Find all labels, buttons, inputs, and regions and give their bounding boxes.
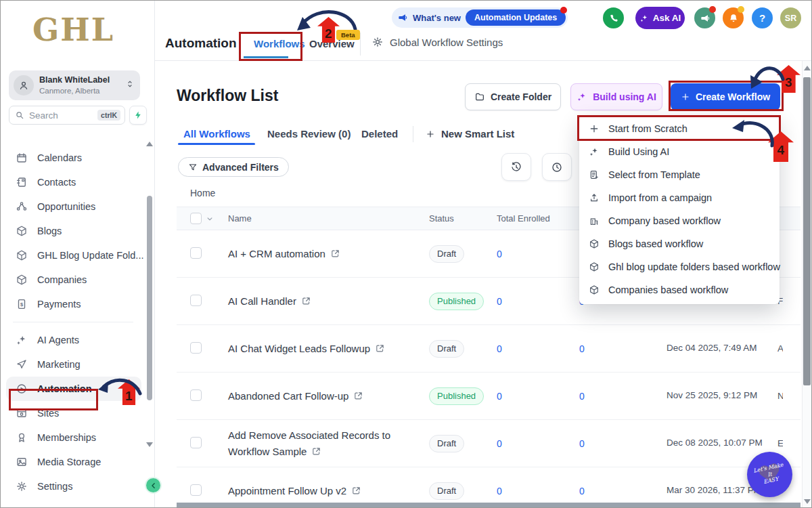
page-title: Workflow List — [177, 87, 278, 105]
phone-button[interactable] — [603, 7, 624, 28]
total-enrolled-value[interactable]: 0 — [497, 296, 579, 307]
tab-all-workflows-underline — [178, 143, 255, 145]
column-header-status[interactable]: Status — [429, 213, 497, 224]
workflow-name-link[interactable]: Appointment Follow Up v2 — [228, 483, 429, 499]
active-enrolled-value[interactable]: 0 — [579, 343, 667, 354]
row-checkbox[interactable] — [190, 247, 202, 259]
sidebar-scrollbar-thumb[interactable] — [147, 196, 152, 400]
dropdown-item[interactable]: Companies based workflow — [579, 278, 780, 301]
row-checkbox[interactable] — [190, 484, 202, 496]
sidebar-item-ai-agents[interactable]: AI Agents — [1, 328, 145, 352]
column-header-name[interactable]: Name — [228, 213, 429, 224]
active-enrolled-value[interactable]: 0 — [579, 486, 667, 496]
row-checkbox[interactable] — [190, 389, 202, 401]
active-enrolled-value[interactable]: 0 — [579, 391, 667, 402]
total-enrolled-value[interactable]: 0 — [497, 391, 579, 402]
lets-make-it-easy-widget[interactable]: Let's Make It EASY — [747, 452, 792, 497]
sidebar-item-memberships[interactable]: Memberships — [1, 425, 145, 450]
workflow-name-link[interactable]: Add Remove Associated Records to Workflo… — [228, 427, 429, 459]
create-folder-button[interactable]: Create Folder — [465, 83, 561, 110]
sidebar-item-opportunities[interactable]: Opportunities — [1, 194, 145, 219]
whats-new-button[interactable]: What's new Automation Updates — [392, 7, 568, 28]
dropdown-item-icon — [589, 192, 600, 203]
account-switcher[interactable]: Blank WhiteLabel Canmore, Alberta — [9, 70, 140, 100]
table-row-Add Remove Associated Records to Workflow Sample: Add Remove Associated Records to Workflo… — [177, 420, 800, 467]
dropdown-item[interactable]: Build Using AI — [579, 140, 780, 163]
automation-updates-pill[interactable]: Automation Updates — [466, 9, 566, 26]
sidebar-nav: Calendars Contacts Opportunities Blogs — [1, 146, 145, 499]
dropdown-item[interactable]: Select from Template — [579, 163, 780, 186]
sidebar-item-contacts[interactable]: Contacts — [1, 170, 145, 194]
sidebar-item-companies[interactable]: Companies — [1, 268, 145, 292]
create-workflow-button[interactable]: Create Workflow — [671, 83, 780, 110]
search-placeholder: Search — [29, 110, 58, 121]
dropdown-item[interactable]: Start from Scratch — [579, 117, 780, 140]
main-scrollbar-thumb[interactable] — [803, 77, 811, 385]
workflow-name: Abandoned Cart Follow-up — [228, 390, 348, 402]
sidebar-item-settings[interactable]: Settings — [1, 474, 145, 499]
column-header-total-enrolled[interactable]: Total Enrolled — [497, 213, 579, 224]
sidebar-item-icon — [16, 152, 28, 164]
scroll-up-icon[interactable] — [804, 66, 811, 70]
sidebar-item-marketing[interactable]: Marketing — [1, 352, 145, 377]
search-shortcut-badge: ctrlK — [97, 110, 120, 121]
tab-deleted[interactable]: Deleted — [361, 128, 398, 140]
workflow-name-link[interactable]: AI Chat Widget Leads Followup — [228, 341, 429, 356]
row-checkbox[interactable] — [190, 342, 202, 354]
status-badge: Draft — [429, 482, 464, 500]
build-using-ai-button[interactable]: Build using AI — [570, 83, 662, 110]
dropdown-item[interactable]: Ghl blog update folders based workflow — [579, 255, 780, 278]
phone-icon — [608, 13, 619, 24]
sidebar-item-calendars[interactable]: Calendars — [1, 146, 145, 170]
notifications-button[interactable] — [723, 7, 744, 28]
new-smart-list-button[interactable]: New Smart List — [426, 128, 514, 140]
enrollment-history-button[interactable] — [501, 153, 531, 181]
sidebar-item-label: Memberships — [37, 432, 96, 443]
advanced-filters-button[interactable]: Advanced Filters — [178, 157, 289, 177]
tab-all-workflows[interactable]: All Workflows — [183, 128, 250, 140]
sidebar-item-payments[interactable]: Payments — [1, 292, 145, 316]
horizontal-scrollbar-thumb[interactable] — [177, 503, 800, 507]
active-enrolled-value[interactable]: 0 — [579, 438, 667, 449]
total-enrolled-value[interactable]: 0 — [497, 343, 579, 354]
sidebar-item-blogs[interactable]: Blogs — [1, 219, 145, 243]
user-avatar[interactable]: SR — [780, 7, 801, 28]
create-workflow-label: Create Workflow — [696, 91, 770, 102]
workflow-name-link[interactable]: AI Call Handler — [228, 293, 429, 309]
execution-logs-button[interactable] — [542, 153, 572, 181]
search-input[interactable]: Search ctrlK — [9, 106, 125, 125]
sidebar-scroll-down-icon[interactable] — [146, 442, 153, 447]
total-enrolled-value[interactable]: 0 — [497, 438, 579, 449]
select-all-checkbox[interactable] — [190, 213, 202, 224]
sidebar-item-media-storage[interactable]: Media Storage — [1, 450, 145, 474]
table-row-Appointment Follow Up v2: Appointment Follow Up v2 Draft 0 0 Mar 3… — [177, 467, 800, 502]
sidebar-item-automation[interactable]: Automation — [6, 377, 141, 401]
tab-needs-review[interactable]: Needs Review (0) — [267, 128, 351, 140]
row-checkbox[interactable] — [190, 295, 202, 306]
bolt-icon — [133, 110, 143, 120]
sidebar-collapse-button[interactable] — [145, 477, 162, 494]
sidebar-scroll-up-icon[interactable] — [146, 142, 153, 146]
announcements-button[interactable] — [694, 7, 715, 28]
dropdown-item[interactable]: Company based workflow — [579, 209, 780, 232]
dropdown-item-icon — [589, 215, 600, 226]
sidebar-item-ghl-blog-update-folder[interactable]: GHL Blog Update Fold... — [1, 243, 145, 268]
tab-workflows[interactable]: Workflows — [254, 38, 305, 49]
total-enrolled-value[interactable]: 0 — [497, 486, 579, 496]
easy-widget-text: Let's Make It EASY — [743, 448, 796, 501]
breadcrumb[interactable]: Home — [190, 188, 215, 198]
ask-ai-button[interactable]: Ask AI — [635, 7, 685, 29]
chevron-down-icon[interactable] — [205, 214, 215, 224]
quick-actions-button[interactable] — [129, 106, 147, 125]
dropdown-item[interactable]: Blogs based workflow — [579, 232, 780, 255]
scroll-down-icon[interactable] — [804, 499, 811, 504]
total-enrolled-value[interactable]: 0 — [497, 249, 579, 259]
sparkle-icon — [639, 14, 649, 23]
workflow-name-link[interactable]: AI + CRM automation — [228, 246, 429, 261]
row-checkbox[interactable] — [190, 437, 202, 448]
global-workflow-settings-link[interactable]: Global Workflow Settings — [371, 36, 503, 48]
help-button[interactable]: ? — [752, 7, 773, 28]
workflow-name-link[interactable]: Abandoned Cart Follow-up — [228, 388, 429, 404]
dropdown-item[interactable]: Import from a campaign — [579, 186, 780, 209]
create-workflow-dropdown: Start from Scratch Build Using AI Select… — [579, 116, 780, 304]
